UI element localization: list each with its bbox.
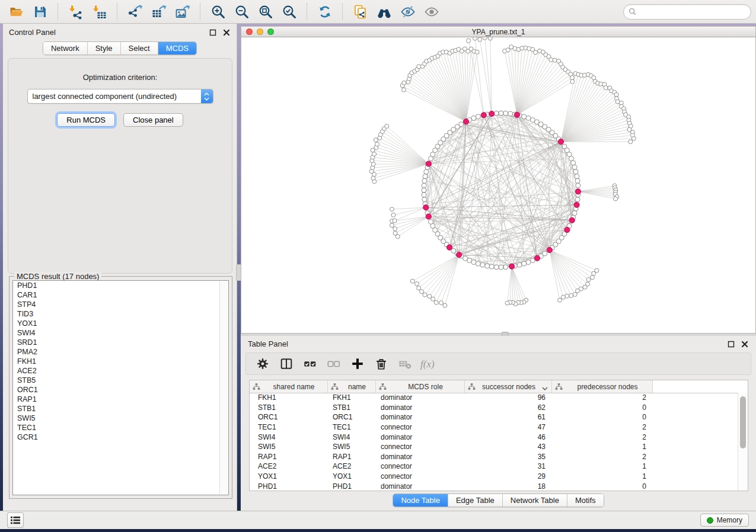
graph-leaf-node[interactable] xyxy=(402,81,406,85)
graph-node[interactable] xyxy=(576,183,580,188)
mcds-result-item[interactable]: FKH1 xyxy=(13,357,228,366)
graph-leaf-node[interactable] xyxy=(553,58,557,62)
graph-node[interactable] xyxy=(476,114,480,119)
split-columns-icon[interactable] xyxy=(276,354,297,373)
graph-node[interactable] xyxy=(424,169,429,174)
graph-leaf-node[interactable] xyxy=(505,301,509,305)
hide-panels-icon[interactable] xyxy=(396,2,420,22)
tab-network-table[interactable]: Network Table xyxy=(502,494,567,507)
graph-node[interactable] xyxy=(423,174,428,179)
zoom-selected-icon[interactable] xyxy=(277,2,301,22)
table-row[interactable]: TEC1TEC1connector472 xyxy=(250,422,738,432)
mcds-result-item[interactable]: RAP1 xyxy=(13,395,228,404)
graph-leaf-node[interactable] xyxy=(483,37,487,40)
mcds-result-item[interactable]: STB1 xyxy=(13,404,228,414)
network-window-titlebar[interactable]: YPA_prune.txt_1 xyxy=(241,26,756,37)
mcds-result-item[interactable]: ORC1 xyxy=(13,385,228,395)
graph-leaf-node[interactable] xyxy=(434,300,438,305)
float-panel-icon[interactable] xyxy=(208,28,217,37)
graph-node[interactable] xyxy=(575,174,579,179)
graph-leaf-node[interactable] xyxy=(592,271,596,275)
export-network-icon[interactable] xyxy=(123,2,147,22)
task-history-button[interactable] xyxy=(7,512,24,528)
graph-leaf-node[interactable] xyxy=(372,152,377,156)
graph-leaf-node[interactable] xyxy=(393,231,397,235)
graph-node[interactable] xyxy=(499,111,503,116)
graph-leaf-node[interactable] xyxy=(549,57,553,62)
graph-leaf-node[interactable] xyxy=(374,138,378,142)
graph-node[interactable] xyxy=(476,261,480,266)
column-header-shared-name[interactable]: shared name xyxy=(250,380,328,393)
graph-leaf-node[interactable] xyxy=(443,303,447,307)
table-scrollbar-thumb[interactable] xyxy=(740,396,746,448)
find-network-icon[interactable] xyxy=(372,2,396,22)
mcds-result-item[interactable]: TEC1 xyxy=(13,423,228,432)
graph-node[interactable] xyxy=(575,197,580,202)
graph-leaf-node[interactable] xyxy=(478,37,482,41)
open-file-icon[interactable] xyxy=(5,2,28,22)
graph-hub-node[interactable] xyxy=(457,252,462,257)
graph-leaf-node[interactable] xyxy=(393,227,397,231)
column-header-successor-nodes[interactable]: successor nodes xyxy=(465,380,552,393)
search-box[interactable] xyxy=(623,4,751,20)
graph-node[interactable] xyxy=(422,178,427,183)
graph-node[interactable] xyxy=(575,178,580,183)
mcds-result-item[interactable]: SRD1 xyxy=(13,338,228,347)
graph-hub-node[interactable] xyxy=(481,113,486,118)
zoom-fit-icon[interactable] xyxy=(254,2,277,22)
window-zoom-icon[interactable] xyxy=(267,28,274,35)
graph-leaf-node[interactable] xyxy=(561,295,565,299)
graph-leaf-node[interactable] xyxy=(375,142,379,146)
graph-node[interactable] xyxy=(569,156,574,161)
graph-leaf-node[interactable] xyxy=(558,298,562,302)
graph-hub-node[interactable] xyxy=(575,189,580,194)
create-column-icon[interactable] xyxy=(347,354,368,373)
graph-node[interactable] xyxy=(522,261,527,266)
mcds-result-item[interactable]: PHD1 xyxy=(13,281,228,290)
graph-hub-node[interactable] xyxy=(489,111,495,116)
graph-node[interactable] xyxy=(572,165,577,169)
tab-motifs[interactable]: Motifs xyxy=(567,494,604,507)
graph-hub-node[interactable] xyxy=(509,264,515,269)
tab-select[interactable]: Select xyxy=(120,42,158,55)
column-header-predecessor-nodes[interactable]: predecessor nodes xyxy=(552,380,653,393)
table-row[interactable]: SWI5SWI5connector431 xyxy=(250,442,738,452)
graph-leaf-node[interactable] xyxy=(417,286,421,290)
mcds-result-item[interactable]: YOX1 xyxy=(13,319,228,328)
graph-leaf-node[interactable] xyxy=(573,293,577,297)
table-row[interactable]: ACE2ACE2connector311 xyxy=(250,462,738,472)
table-settings-icon[interactable] xyxy=(252,354,273,373)
close-table-panel-icon[interactable] xyxy=(740,339,749,348)
graph-leaf-node[interactable] xyxy=(534,50,538,55)
save-session-icon[interactable] xyxy=(28,2,52,22)
graph-node[interactable] xyxy=(422,183,426,188)
graph-leaf-node[interactable] xyxy=(410,279,414,283)
clone-network-icon[interactable] xyxy=(349,2,372,22)
graph-leaf-node[interactable] xyxy=(629,140,633,144)
table-scrollbar[interactable] xyxy=(738,393,748,491)
graph-node[interactable] xyxy=(503,111,508,116)
table-row[interactable]: YOX1YOX1connector291 xyxy=(250,472,738,482)
mcds-result-list[interactable]: PHD1CAR1STP4TID3YOX1SWI4SRD1PMA2FKH1ACE2… xyxy=(12,280,229,495)
tab-node-table[interactable]: Node Table xyxy=(393,494,448,507)
memory-button[interactable]: Memory xyxy=(700,514,749,527)
graph-node[interactable] xyxy=(503,265,508,270)
graph-node[interactable] xyxy=(480,262,485,267)
graph-node[interactable] xyxy=(571,161,576,165)
graph-node[interactable] xyxy=(489,264,494,269)
graph-node[interactable] xyxy=(422,197,427,202)
graph-leaf-node[interactable] xyxy=(604,86,608,90)
import-network-icon[interactable] xyxy=(64,2,88,22)
table-row[interactable]: FKH1FKH1dominator962 xyxy=(250,393,738,403)
zoom-in-icon[interactable] xyxy=(206,2,230,22)
table-row[interactable]: PHD1PHD1dominator180 xyxy=(250,481,738,491)
graph-node[interactable] xyxy=(526,116,531,120)
graph-node[interactable] xyxy=(517,262,522,267)
close-panel-icon[interactable] xyxy=(222,28,231,37)
graph-node[interactable] xyxy=(471,260,476,265)
graph-hub-node[interactable] xyxy=(564,227,570,232)
graph-leaf-node[interactable] xyxy=(506,48,510,52)
graph-leaf-node[interactable] xyxy=(488,37,492,40)
criterion-select[interactable]: largest connected component (undirected) xyxy=(27,89,213,104)
graph-node[interactable] xyxy=(526,260,531,265)
